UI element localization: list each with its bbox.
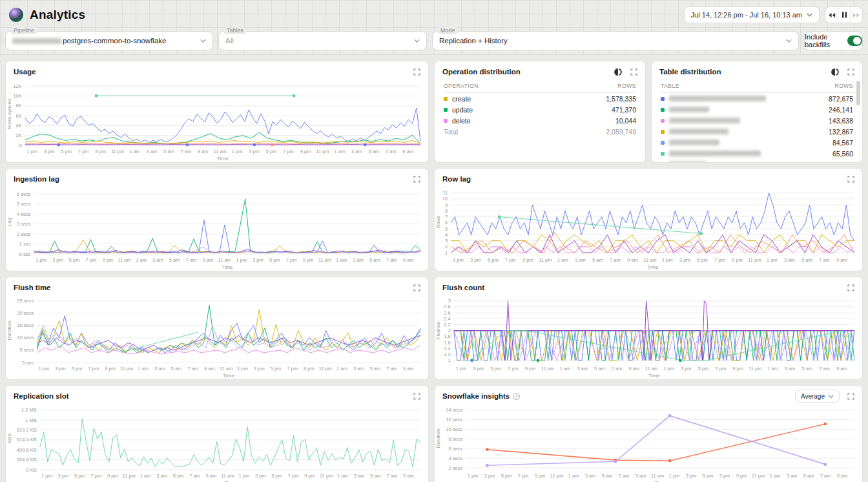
flush-count-chart[interactable]: 11.21.41.61.822.22.42.62.831 pm3 pm5 pm7…	[435, 294, 862, 379]
svg-text:9 am: 9 am	[402, 149, 413, 154]
svg-text:5 pm: 5 pm	[69, 257, 80, 263]
svg-text:Rows synced: Rows synced	[6, 99, 12, 130]
svg-text:5 am: 5 am	[602, 473, 613, 479]
redacted-table-name	[669, 96, 766, 101]
table-row[interactable]: 246,141	[659, 104, 854, 115]
ingestion-lag-chart[interactable]: 0 sec1 sec2 secs3 secs4 secs5 secs6 secs…	[6, 185, 428, 271]
svg-text:0 sec: 0 sec	[19, 251, 31, 257]
svg-text:8K: 8K	[16, 103, 22, 109]
panel-title: Row lag	[442, 175, 471, 183]
svg-text:5 pm: 5 pm	[490, 366, 501, 372]
table-row[interactable]: update 471,370	[442, 104, 637, 115]
mode-select[interactable]: Mode Replication + History	[432, 31, 799, 50]
expand-icon[interactable]	[413, 393, 420, 400]
svg-text:7 am: 7 am	[186, 257, 197, 263]
panel-flush-count: Flush count 11.21.41.61.822.22.42.62.831…	[434, 277, 863, 380]
svg-text:9 am: 9 am	[403, 366, 414, 372]
svg-text:2 secs: 2 secs	[449, 465, 463, 471]
svg-text:Time: Time	[648, 373, 660, 379]
svg-text:9 am: 9 am	[403, 473, 414, 479]
svg-text:9 pm: 9 pm	[107, 473, 118, 479]
svg-text:1 am: 1 am	[140, 473, 151, 479]
help-icon[interactable]: ?	[513, 393, 520, 400]
svg-text:3 am: 3 am	[785, 366, 796, 372]
svg-text:11 pm: 11 pm	[749, 366, 761, 372]
replication-slot-chart[interactable]: 0 KB204.8 KB409.6 KB614.4 KB819.2 KB1 MB…	[6, 403, 428, 482]
tables-select[interactable]: Tables All	[218, 31, 427, 50]
svg-text:7 am: 7 am	[387, 473, 398, 479]
svg-text:4: 4	[445, 232, 448, 238]
expand-icon[interactable]	[630, 68, 637, 76]
table-row[interactable]: create 1,578,335	[442, 93, 637, 104]
panel-title: Operation distribution	[442, 68, 521, 76]
svg-text:11 pm: 11 pm	[539, 257, 552, 263]
usage-chart[interactable]: 02K4K6K8K10K12K1 pm3 pm5 pm7 pm9 pm11 pm…	[6, 78, 428, 162]
svg-text:1 pm: 1 pm	[453, 257, 464, 263]
svg-text:1 pm: 1 pm	[41, 473, 52, 479]
expand-icon[interactable]	[413, 284, 420, 291]
flush-time-chart[interactable]: 0 sec5 secs10 secs15 secs20 secs25 secs1…	[6, 294, 428, 379]
svg-text:1 am: 1 am	[770, 473, 781, 479]
expand-icon[interactable]	[847, 176, 854, 183]
svg-text:7 am: 7 am	[386, 257, 397, 263]
svg-text:9 pm: 9 pm	[102, 257, 113, 263]
pause-button[interactable]	[838, 7, 850, 23]
panel-ingestion-lag: Ingestion lag 0 sec1 sec2 secs3 secs4 se…	[5, 168, 429, 271]
table-row[interactable]: 132,867	[659, 126, 854, 137]
table-row[interactable]: 872,675	[659, 93, 854, 104]
svg-text:7 pm: 7 pm	[286, 257, 297, 263]
row-lag-chart[interactable]: 12345678910111 pm3 pm5 pm7 pm9 pm11 pm1 …	[435, 185, 862, 271]
series-color-swatch	[661, 97, 665, 101]
svg-text:3 pm: 3 pm	[679, 257, 690, 263]
scrollbar-thumb[interactable]	[856, 81, 860, 105]
expand-icon[interactable]	[413, 68, 420, 76]
expand-icon[interactable]	[847, 68, 854, 76]
svg-text:Duration: Duration	[435, 428, 441, 448]
pipeline-select[interactable]: Pipeline postgres-common-to-snowflake	[5, 31, 213, 50]
expand-icon[interactable]	[847, 393, 854, 400]
svg-text:11 am: 11 am	[651, 473, 664, 479]
svg-text:3 am: 3 am	[787, 473, 798, 479]
svg-text:1 am: 1 am	[336, 257, 347, 263]
app-header: Analytics Jul 14, 12:26 pm - Jul 16, 10:…	[5, 5, 863, 25]
svg-text:7 am: 7 am	[820, 473, 831, 479]
pie-chart-icon[interactable]	[831, 68, 840, 76]
panel-operation-distribution: Operation distribution OPERATIONROWS cre…	[434, 61, 646, 163]
svg-text:5: 5	[445, 226, 448, 232]
svg-text:5 pm: 5 pm	[697, 257, 708, 263]
pie-chart-icon[interactable]	[614, 68, 623, 76]
svg-text:11 pm: 11 pm	[319, 366, 332, 372]
svg-text:9 am: 9 am	[627, 257, 638, 263]
table-row[interactable]: 84,567	[659, 137, 854, 148]
expand-icon[interactable]	[847, 284, 854, 291]
aggregate-select[interactable]: Average	[795, 390, 840, 403]
date-range-picker[interactable]: Jul 14, 12:26 pm - Jul 16, 10:13 am	[684, 6, 820, 23]
svg-text:11 pm: 11 pm	[118, 257, 130, 263]
expand-icon[interactable]	[413, 176, 420, 183]
top-bar: Analytics Jul 14, 12:26 pm - Jul 16, 10:…	[0, 0, 868, 56]
rewind-button[interactable]	[825, 7, 838, 23]
svg-text:4K: 4K	[16, 123, 22, 129]
pipeline-label: Pipeline	[11, 27, 37, 34]
svg-text:11 am: 11 am	[214, 149, 227, 154]
table-row[interactable]: delete 10,044	[442, 115, 637, 126]
table-row[interactable]: 65,073	[659, 159, 854, 162]
include-backfills-toggle[interactable]	[847, 36, 862, 46]
svg-text:Time: Time	[222, 264, 233, 270]
svg-text:9 am: 9 am	[403, 257, 414, 263]
operation-distribution-table: OPERATIONROWS create 1,578,335 update 47…	[435, 78, 645, 162]
svg-text:3 pm: 3 pm	[44, 149, 55, 154]
fast-forward-button[interactable]	[850, 7, 862, 23]
table-row[interactable]: 65,560	[659, 148, 854, 159]
table-distribution-table: TABLEROWS 872,675 246,141 143,638 132,86…	[652, 78, 862, 162]
table-row[interactable]: 143,638	[659, 115, 854, 126]
svg-text:3 am: 3 am	[577, 366, 588, 372]
svg-text:11 pm: 11 pm	[316, 149, 329, 154]
snowflake-insights-chart[interactable]: 2 secs4 secs6 secs8 secs10 secs12 secs14…	[435, 403, 862, 482]
svg-text:5 pm: 5 pm	[703, 473, 714, 479]
svg-text:7 am: 7 am	[386, 366, 397, 372]
svg-text:9 am: 9 am	[836, 366, 847, 372]
svg-text:3 am: 3 am	[585, 473, 596, 479]
app-logo-icon	[9, 8, 23, 22]
svg-text:9 am: 9 am	[206, 473, 217, 479]
